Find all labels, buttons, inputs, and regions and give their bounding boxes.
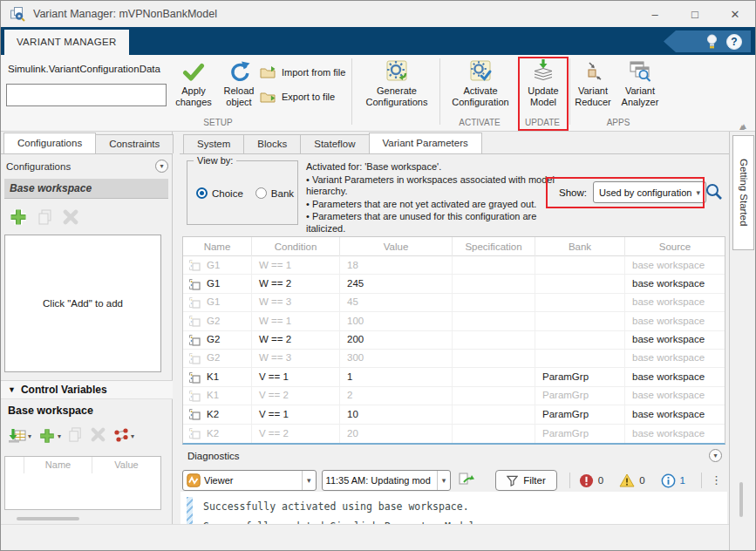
param-cell-bank[interactable] xyxy=(535,312,625,330)
param-cell-value[interactable]: 1 xyxy=(340,368,453,385)
param-cell-bank[interactable]: ParamGrp xyxy=(535,405,625,423)
param-cell-specification[interactable] xyxy=(453,425,535,443)
param-cell-bank[interactable] xyxy=(535,275,625,292)
col-condition[interactable]: Condition xyxy=(252,237,340,256)
plot-control-variables-button[interactable]: ▾ xyxy=(112,427,134,445)
configuration-data-input[interactable] xyxy=(6,84,167,106)
generate-configurations-button[interactable]: Generate Configurations xyxy=(355,57,439,119)
param-cell-source[interactable]: base workspace xyxy=(625,425,725,443)
param-cell-name[interactable]: G1 xyxy=(183,294,252,311)
param-cell-specification[interactable] xyxy=(453,350,535,367)
param-cell-name[interactable]: G1 xyxy=(183,275,252,292)
param-cell-bank[interactable] xyxy=(535,331,625,349)
kebab-menu-icon[interactable]: ⋮ xyxy=(707,476,725,485)
param-cell-name[interactable]: G2 xyxy=(183,331,252,349)
collapse-panel-icon[interactable]: ▲ xyxy=(738,122,746,132)
viewer-dropdown[interactable]: Viewer ▾ xyxy=(182,470,317,491)
param-cell-value[interactable]: 200 xyxy=(340,331,453,349)
tab-stateflow[interactable]: Stateflow xyxy=(300,134,369,153)
import-from-file-button[interactable]: Import from file xyxy=(260,63,345,82)
configuration-list[interactable]: Click "Add" to add xyxy=(4,235,161,372)
param-cell-value[interactable]: 45 xyxy=(340,294,453,311)
param-cell-bank[interactable] xyxy=(535,256,625,274)
configuration-item-base-workspace[interactable]: Base workspace xyxy=(4,179,168,199)
param-cell-specification[interactable] xyxy=(453,275,535,292)
param-cell-bank[interactable]: ParamGrp xyxy=(535,387,625,405)
param-cell-bank[interactable] xyxy=(535,350,625,367)
info-count-badge[interactable]: 1 xyxy=(661,473,685,488)
import-control-variables-button[interactable]: ▾ xyxy=(8,427,31,445)
collapse-diagnostics-icon[interactable]: ▾ xyxy=(709,449,722,462)
param-cell-specification[interactable] xyxy=(453,331,535,349)
activate-configuration-button[interactable]: Activate Configuration xyxy=(443,57,518,119)
filter-button[interactable]: Filter xyxy=(495,470,557,491)
control-variables-header[interactable]: ▼ Control Variables xyxy=(1,380,173,399)
variant-reducer-button[interactable]: Variant Reducer xyxy=(572,57,614,119)
delete-configuration-button[interactable] xyxy=(62,208,79,228)
col-specification[interactable]: Specification xyxy=(453,237,535,256)
param-cell-name[interactable]: K2 xyxy=(183,425,252,443)
event-dropdown[interactable]: 11:35 AM: Updating mod ▾ xyxy=(322,470,452,491)
param-cell-condition[interactable]: W == 2 xyxy=(252,275,340,292)
copy-control-variable-button[interactable] xyxy=(67,426,84,446)
param-cell-name[interactable]: G2 xyxy=(183,350,252,367)
param-cell-source[interactable]: base workspace xyxy=(625,405,725,423)
param-table-row[interactable]: G2W == 1100base workspace xyxy=(183,312,725,330)
param-table-row[interactable]: G1W == 2245base workspace xyxy=(183,275,725,293)
tab-constraints[interactable]: Constraints xyxy=(95,134,174,153)
param-table-row[interactable]: G2W == 3300base workspace xyxy=(183,350,725,368)
radio-bank[interactable]: Bank xyxy=(255,187,294,199)
search-parameters-button[interactable] xyxy=(704,181,725,202)
param-cell-condition[interactable]: W == 2 xyxy=(252,331,340,349)
warning-count-badge[interactable]: 0 xyxy=(619,473,644,487)
maximize-button[interactable]: □ xyxy=(675,1,715,27)
param-table-row[interactable]: G1W == 118base workspace xyxy=(183,256,725,275)
param-cell-value[interactable]: 18 xyxy=(340,256,453,274)
param-cell-source[interactable]: base workspace xyxy=(625,275,725,292)
tab-variant-manager[interactable]: VARIANT MANAGER xyxy=(4,30,129,55)
diagnostics-vertical-scrollbar[interactable] xyxy=(739,482,743,517)
reload-object-button[interactable]: Reload object xyxy=(217,57,261,119)
param-cell-source[interactable]: base workspace xyxy=(625,387,725,405)
param-cell-condition[interactable]: W == 1 xyxy=(252,312,340,330)
param-cell-bank[interactable] xyxy=(535,294,625,311)
tab-system[interactable]: System xyxy=(183,134,244,153)
param-table-row[interactable]: K1V == 11ParamGrpbase workspace xyxy=(183,368,725,386)
variant-analyzer-button[interactable]: Variant Analyzer xyxy=(616,57,664,119)
update-model-button[interactable]: Update Model xyxy=(521,57,565,119)
param-cell-value[interactable]: 2 xyxy=(340,387,453,405)
col-value[interactable]: Value xyxy=(340,237,453,256)
param-cell-bank[interactable]: ParamGrp xyxy=(535,425,625,443)
control-variables-table[interactable]: Name Value xyxy=(4,456,161,510)
param-cell-name[interactable]: G1 xyxy=(183,256,252,274)
col-name[interactable]: Name xyxy=(183,237,252,256)
param-table-row[interactable]: G2W == 2200base workspace xyxy=(183,331,725,350)
help-icon[interactable]: ? xyxy=(726,34,742,50)
delete-control-variable-button[interactable] xyxy=(90,426,106,446)
param-cell-condition[interactable]: V == 2 xyxy=(252,387,340,405)
radio-choice[interactable]: Choice xyxy=(196,187,243,199)
param-table-row[interactable]: K2V == 220ParamGrpbase workspace xyxy=(183,425,725,443)
cv-col-value[interactable]: Value xyxy=(92,457,160,473)
param-cell-value[interactable]: 20 xyxy=(340,425,453,443)
param-cell-source[interactable]: base workspace xyxy=(625,294,725,311)
param-cell-condition[interactable]: V == 1 xyxy=(252,405,340,423)
param-cell-specification[interactable] xyxy=(453,387,535,405)
param-table-row[interactable]: K2V == 110ParamGrpbase workspace xyxy=(183,405,725,424)
param-cell-name[interactable]: K1 xyxy=(183,387,252,405)
add-control-variable-button[interactable]: ▾ xyxy=(37,426,61,446)
param-cell-condition[interactable]: W == 3 xyxy=(252,294,340,311)
param-cell-value[interactable]: 100 xyxy=(340,312,453,330)
left-horizontal-scrollbar[interactable] xyxy=(17,517,79,520)
lightbulb-icon[interactable] xyxy=(706,34,718,50)
param-cell-source[interactable]: base workspace xyxy=(625,312,725,330)
apply-changes-button[interactable]: Apply changes xyxy=(172,57,215,119)
param-cell-source[interactable]: base workspace xyxy=(625,331,725,349)
param-cell-value[interactable]: 300 xyxy=(340,350,453,367)
param-cell-source[interactable]: base workspace xyxy=(625,256,725,274)
show-dropdown[interactable]: Used by configuration ▾ xyxy=(593,181,706,203)
param-cell-condition[interactable]: V == 2 xyxy=(252,425,340,443)
close-button[interactable]: ✕ xyxy=(715,1,755,27)
param-cell-value[interactable]: 10 xyxy=(340,405,453,423)
tab-variant-parameters[interactable]: Variant Parameters xyxy=(369,133,482,153)
